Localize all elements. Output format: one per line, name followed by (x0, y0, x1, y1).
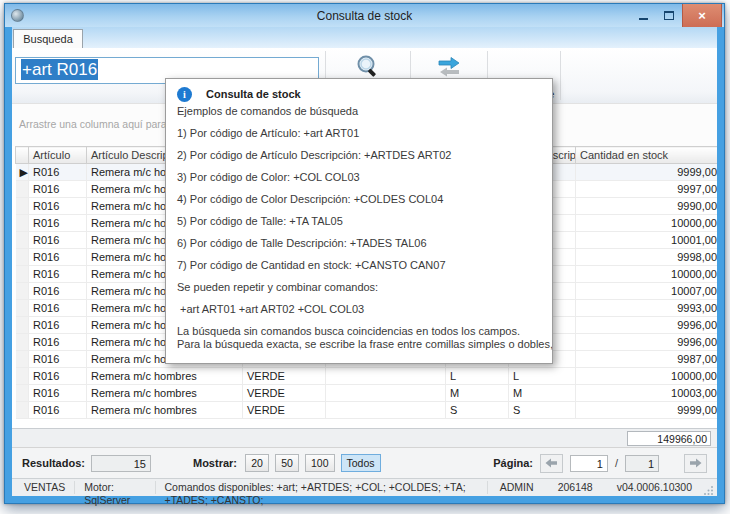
page-size-20[interactable]: 20 (245, 454, 269, 472)
tooltip-example-line: 3) Por código de Color: +COL COL03 (177, 171, 546, 183)
grid-cell[interactable]: R016 (29, 334, 87, 351)
grid-cell[interactable]: R016 (29, 266, 87, 283)
grid-cell[interactable]: 9997,00 (576, 181, 718, 198)
resize-grip-icon[interactable] (704, 485, 714, 495)
grid-cell[interactable]: 9999,00 (576, 402, 718, 419)
row-selector[interactable] (16, 317, 29, 334)
row-selector[interactable] (16, 385, 29, 402)
previous-page-button[interactable] (540, 454, 563, 473)
row-selector[interactable] (16, 283, 29, 300)
tooltip-note-2: Para la búsqueda exacta, se escribe la f… (177, 338, 546, 350)
row-selector[interactable] (16, 198, 29, 215)
grid-cell[interactable]: 10007,00 (576, 283, 718, 300)
status-session: 206148 (546, 481, 605, 494)
column-header[interactable]: Cantidad en stock (576, 147, 718, 164)
table-row[interactable]: R016Remera m/c hombresVERDESS9999,00 (16, 402, 718, 419)
grid-cell[interactable]: R016 (29, 215, 87, 232)
tooltip-example-line: 1) Por código de Artículo: +art ART01 (177, 127, 546, 139)
current-page-input[interactable]: 1 (570, 455, 608, 472)
row-selector[interactable] (16, 368, 29, 385)
grid-cell[interactable]: 9996,00 (576, 317, 718, 334)
title-bar: Consulta de stock × (5, 4, 724, 27)
grid-cell[interactable]: R016 (29, 198, 87, 215)
grid-cell[interactable] (326, 402, 446, 419)
pagination-footer: Resultados: 15 Mostrar: 2050100Todos Pág… (12, 447, 717, 478)
grid-cell[interactable]: M (509, 385, 576, 402)
row-selector[interactable] (16, 402, 29, 419)
grid-cell[interactable] (326, 368, 446, 385)
row-selector[interactable] (16, 215, 29, 232)
grid-cell[interactable]: S (446, 402, 509, 419)
row-selector[interactable] (16, 266, 29, 283)
table-row[interactable]: R016Remera m/c hombresVERDELL10000,00 (16, 368, 718, 385)
grid-cell[interactable]: VERDE (243, 402, 326, 419)
status-bar: VENTAS Motor: SqlServer Comandos disponi… (12, 478, 717, 496)
grid-cell[interactable]: R016 (29, 249, 87, 266)
grid-cell[interactable]: 10003,00 (576, 385, 718, 402)
tooltip-title: Consulta de stock (206, 88, 301, 100)
search-help-tooltip: i Consulta de stock Ejemplos de comandos… (165, 78, 553, 364)
grid-cell[interactable]: Remera m/c hombres (87, 368, 243, 385)
page-size-50[interactable]: 50 (275, 454, 299, 472)
next-page-button[interactable] (684, 454, 707, 473)
grid-cell[interactable]: L (446, 368, 509, 385)
grid-cell[interactable] (326, 385, 446, 402)
status-right: ADMIN 206148 v04.0006.10300 (487, 481, 717, 495)
grid-cell[interactable]: R016 (29, 232, 87, 249)
grid-cell[interactable]: 9990,00 (576, 198, 718, 215)
toolbar-separator (560, 51, 561, 100)
tooltip-combine-example: +art ART01 +art ART02 +COL COL03 (177, 303, 546, 315)
tooltip-example-line: 4) Por código de Color Descripción: +COL… (177, 193, 546, 205)
tab-busqueda[interactable]: Busqueda (13, 29, 83, 48)
grid-cell[interactable]: M (446, 385, 509, 402)
grid-cell[interactable]: 9998,00 (576, 249, 718, 266)
grid-cell[interactable]: L (509, 368, 576, 385)
window-title: Consulta de stock (5, 9, 724, 23)
arrow-left-icon (545, 458, 557, 468)
grid-cell[interactable]: 10000,00 (576, 368, 718, 385)
page-size-todos[interactable]: Todos (341, 454, 381, 472)
grid-cell[interactable]: 10001,00 (576, 232, 718, 249)
grid-cell[interactable]: 10000,00 (576, 266, 718, 283)
column-header[interactable]: Artículo (29, 147, 87, 164)
grid-cell[interactable]: 9987,00 (576, 351, 718, 368)
grid-cell[interactable]: R016 (29, 402, 87, 419)
row-selector[interactable] (16, 351, 29, 368)
row-selector[interactable] (16, 249, 29, 266)
grid-cell[interactable]: R016 (29, 300, 87, 317)
grid-cell[interactable]: R016 (29, 164, 87, 181)
grid-cell[interactable]: 9993,00 (576, 300, 718, 317)
table-row[interactable]: R016Remera m/c hombresVERDEMM10003,00 (16, 385, 718, 402)
grid-cell[interactable]: Remera m/c hombres (87, 402, 243, 419)
grid-cell[interactable]: S (509, 402, 576, 419)
row-selector[interactable] (16, 232, 29, 249)
close-icon: × (698, 8, 706, 23)
grid-cell[interactable]: R016 (29, 317, 87, 334)
row-selector[interactable] (16, 300, 29, 317)
grid-cell[interactable]: R016 (29, 181, 87, 198)
grid-cell[interactable]: R016 (29, 368, 87, 385)
tooltip-note-1: La búsqueda sin comandos busca coinciden… (177, 325, 546, 337)
grid-cell[interactable]: 9996,00 (576, 334, 718, 351)
status-motor: Motor: SqlServer (75, 481, 155, 494)
row-selector[interactable] (16, 181, 29, 198)
grid-cell[interactable]: 9999,00 (576, 164, 718, 181)
grid-cell[interactable]: R016 (29, 351, 87, 368)
grid-cell[interactable]: 10000,00 (576, 215, 718, 232)
grid-cell[interactable]: VERDE (243, 368, 326, 385)
row-selector[interactable] (16, 334, 29, 351)
minimize-button[interactable] (630, 4, 656, 27)
close-button[interactable]: × (682, 4, 722, 27)
status-comandos: Comandos disponibles: +art; +ARTDES; +CO… (156, 481, 487, 494)
grid-selector-header (16, 147, 29, 164)
tab-strip: Busqueda (12, 27, 717, 48)
page-size-100[interactable]: 100 (305, 454, 335, 472)
grid-cell[interactable]: VERDE (243, 385, 326, 402)
pager: Página: 1 / 1 (493, 454, 707, 473)
row-selector[interactable]: ▶ (16, 164, 29, 181)
maximize-button[interactable] (656, 4, 682, 27)
grid-cell[interactable]: R016 (29, 385, 87, 402)
grid-cell[interactable]: R016 (29, 283, 87, 300)
tooltip-example-line: 2) Por código de Artículo Descripción: +… (177, 149, 546, 161)
grid-cell[interactable]: Remera m/c hombres (87, 385, 243, 402)
